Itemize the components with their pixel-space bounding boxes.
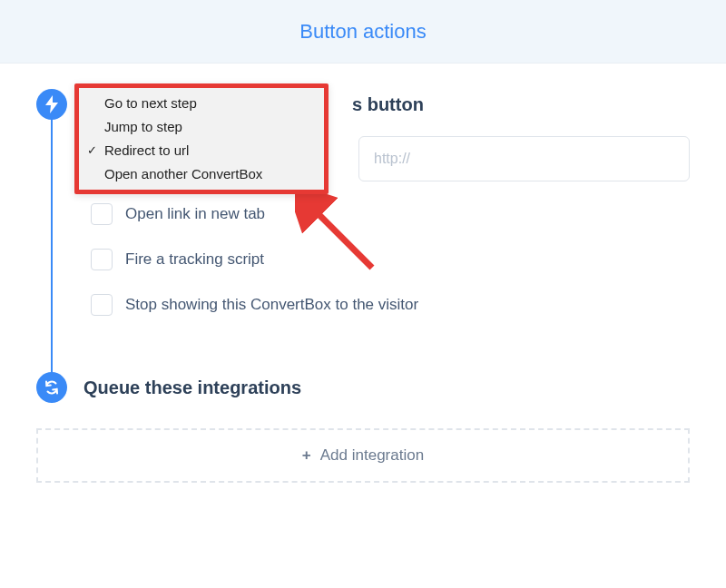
section-title-fragment: s button	[352, 94, 424, 115]
header-bar: Button actions	[0, 0, 726, 64]
checkbox-open-new-tab-row: Open link in new tab	[91, 203, 690, 225]
dropdown-item-label: Redirect to url	[104, 141, 189, 161]
lightning-icon	[36, 89, 67, 120]
header-title: Button actions	[299, 20, 426, 44]
dropdown-item-next-step[interactable]: Go to next step	[79, 92, 324, 115]
action-dropdown[interactable]: Go to next step Jump to step ✓ Redirect …	[74, 83, 329, 194]
section-integrations: Queue these integrations	[36, 372, 690, 403]
dropdown-item-label: Jump to step	[104, 117, 182, 137]
checkbox-open-new-tab-label: Open link in new tab	[125, 205, 265, 223]
checkbox-open-new-tab[interactable]	[91, 203, 113, 225]
check-icon: ✓	[84, 141, 99, 161]
checkbox-stop-showing-row: Stop showing this ConvertBox to the visi…	[91, 294, 690, 316]
dropdown-item-label: Go to next step	[104, 93, 197, 113]
section2-header-row: Queue these integrations	[36, 372, 690, 403]
dropdown-item-jump-step[interactable]: Jump to step	[79, 115, 324, 139]
checkbox-fire-script[interactable]	[91, 249, 113, 270]
section2-title: Queue these integrations	[83, 377, 301, 398]
dropdown-item-open-convertbox[interactable]: Open another ConvertBox	[79, 162, 324, 186]
dropdown-item-redirect[interactable]: ✓ Redirect to url	[79, 139, 324, 162]
checkbox-fire-script-label: Fire a tracking script	[125, 250, 264, 269]
sync-icon	[36, 372, 67, 403]
url-input[interactable]	[358, 136, 690, 181]
checkbox-fire-script-row: Fire a tracking script	[91, 249, 690, 270]
plus-icon: +	[302, 446, 311, 465]
add-integration-label: Add integration	[320, 446, 424, 465]
checkbox-stop-showing[interactable]	[91, 294, 113, 316]
checkbox-stop-showing-label: Stop showing this ConvertBox to the visi…	[125, 296, 418, 314]
dropdown-item-label: Open another ConvertBox	[104, 164, 262, 184]
add-integration-button[interactable]: + Add integration	[36, 428, 690, 483]
